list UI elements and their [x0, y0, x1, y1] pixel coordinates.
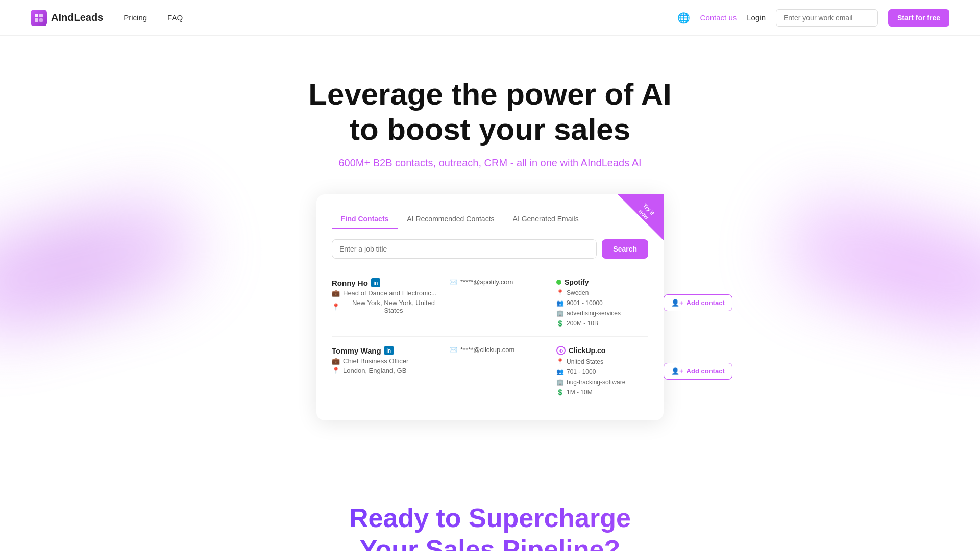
map-icon-2: 📍 [556, 358, 564, 365]
contact-title-2: 💼 Chief Business Officer [332, 357, 444, 365]
svg-rect-2 [35, 18, 38, 22]
money-icon-1: 💲 [556, 320, 564, 327]
bottom-title: Ready to Supercharge Your Sales Pipeline… [10, 502, 970, 551]
svg-rect-1 [39, 14, 43, 17]
email-col-1: ✉️ *****@spotify.com [449, 278, 551, 286]
active-dot-1 [556, 280, 561, 285]
company-size-2: 👥 701 - 1000 [556, 368, 658, 375]
contact-location-1: 📍 New York, New York, United States [332, 299, 444, 314]
nav-right: 🌐 Contact us Login Start for free [677, 9, 949, 27]
try-badge-ribbon[interactable]: Try itnow [618, 194, 664, 240]
location-icon-1: 📍 [332, 303, 340, 311]
company-col-2: ◐ ClickUp.co 📍 United States 👥 701 - 100… [556, 346, 658, 396]
search-button[interactable]: Search [602, 239, 648, 259]
building-icon-2: 🏢 [556, 379, 564, 386]
nav-left: AIndLeads Pricing FAQ [31, 10, 183, 26]
nav-email-input[interactable] [776, 9, 878, 27]
email-col-2: ✉️ *****@clickup.com [449, 346, 551, 354]
svg-rect-3 [39, 18, 43, 22]
job-title-input[interactable] [332, 239, 597, 259]
tab-find-contacts[interactable]: Find Contacts [332, 210, 398, 229]
bottom-section: Ready to Supercharge Your Sales Pipeline… [0, 461, 980, 551]
building-icon-1: 🏢 [556, 310, 564, 317]
search-row: Search [332, 239, 648, 259]
contact-name-2: Tommy Wang in [332, 346, 444, 355]
logo[interactable]: AIndLeads [31, 10, 103, 26]
add-icon-1: 👤+ [671, 299, 683, 307]
tab-ai-emails[interactable]: AI Generated Emails [504, 210, 588, 229]
email-icon-2: ✉️ [449, 346, 457, 354]
people-icon-2: 👥 [556, 368, 564, 375]
login-link[interactable]: Login [747, 13, 766, 22]
company-size-1: 👥 9001 - 10000 [556, 299, 658, 307]
nav-faq[interactable]: FAQ [167, 13, 183, 22]
add-contact-button-1[interactable]: 👤+ Add contact [664, 294, 732, 311]
hero-subtitle: 600M+ B2B contacts, outreach, CRM - all … [10, 157, 970, 169]
location-icon-2: 📍 [332, 367, 340, 374]
briefcase-icon-2: 💼 [332, 357, 340, 365]
logo-text: AIndLeads [51, 12, 103, 23]
contact-link[interactable]: Contact us [700, 13, 737, 22]
tabs: Find Contacts AI Recommended Contacts AI… [332, 210, 648, 229]
company-name-2: ◐ ClickUp.co [556, 346, 658, 355]
email-row-2: ✉️ *****@clickup.com [449, 346, 551, 354]
company-col-1: Spotify 📍 Sweden 👥 9001 - 10000 🏢 advert… [556, 278, 658, 327]
logo-icon [31, 10, 47, 26]
add-icon-2: 👤+ [671, 367, 683, 375]
table-row: Ronny Ho in 💼 Head of Dance and Electron… [332, 269, 648, 337]
contact-name-1: Ronny Ho in [332, 278, 444, 287]
start-free-button[interactable]: Start for free [888, 9, 949, 27]
company-revenue-2: 💲 1M - 10M [556, 389, 658, 396]
card-wrapper: Try itnow Find Contacts AI Recommended C… [10, 194, 970, 451]
email-icon-1: ✉️ [449, 278, 457, 286]
try-badge-text: Try itnow [630, 196, 663, 228]
people-icon-1: 👥 [556, 299, 564, 307]
contacts-card: Try itnow Find Contacts AI Recommended C… [316, 194, 664, 420]
table-row: Tommy Wang in 💼 Chief Business Officer 📍… [332, 337, 648, 405]
hero-title: Leverage the power of AI to boost your s… [10, 77, 970, 147]
contact-info-1: Ronny Ho in 💼 Head of Dance and Electron… [332, 278, 444, 314]
company-country-2: 📍 United States [556, 358, 658, 365]
svg-rect-0 [35, 14, 38, 17]
globe-icon[interactable]: 🌐 [677, 12, 690, 24]
company-country-1: 📍 Sweden [556, 289, 658, 296]
company-revenue-1: 💲 200M - 10B [556, 320, 658, 327]
clickup-icon-2: ◐ [556, 346, 566, 355]
company-name-1: Spotify [556, 278, 658, 286]
map-icon-1: 📍 [556, 289, 564, 296]
linkedin-icon-2[interactable]: in [384, 346, 394, 355]
nav-pricing[interactable]: Pricing [124, 13, 147, 22]
money-icon-2: 💲 [556, 389, 564, 396]
contact-location-2: 📍 London, England, GB [332, 367, 444, 374]
linkedin-icon-1[interactable]: in [371, 278, 380, 287]
contact-title-1: 💼 Head of Dance and Electronic... [332, 289, 444, 297]
company-industry-2: 🏢 bug-tracking-software [556, 379, 658, 386]
contact-info-2: Tommy Wang in 💼 Chief Business Officer 📍… [332, 346, 444, 374]
hero-section: Leverage the power of AI to boost your s… [0, 36, 980, 461]
add-contact-button-2[interactable]: 👤+ Add contact [664, 363, 732, 380]
navbar: AIndLeads Pricing FAQ 🌐 Contact us Login… [0, 0, 980, 36]
briefcase-icon-1: 💼 [332, 289, 340, 297]
email-row-1: ✉️ *****@spotify.com [449, 278, 551, 286]
tab-ai-recommended[interactable]: AI Recommended Contacts [398, 210, 503, 229]
company-industry-1: 🏢 advertising-services [556, 310, 658, 317]
